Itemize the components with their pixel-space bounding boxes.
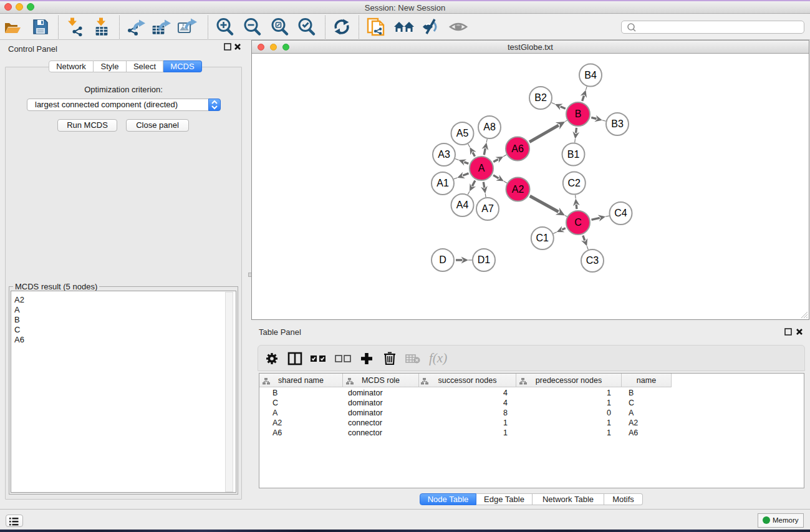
svg-text:A6: A6 (511, 143, 524, 154)
svg-text:A4: A4 (456, 200, 469, 210)
svg-text:B1: B1 (567, 149, 580, 160)
svg-text:C3: C3 (586, 255, 599, 266)
svg-text:A5: A5 (456, 128, 469, 138)
svg-text:B4: B4 (584, 70, 597, 80)
svg-text:A7: A7 (481, 203, 494, 214)
svg-text:D1: D1 (478, 254, 491, 265)
svg-text:B2: B2 (534, 92, 547, 103)
svg-text:C1: C1 (536, 233, 549, 243)
svg-text:C: C (574, 217, 582, 228)
svg-text:B3: B3 (611, 118, 624, 129)
svg-text:A2: A2 (512, 184, 524, 195)
svg-text:B: B (575, 109, 582, 119)
svg-text:A3: A3 (438, 149, 450, 160)
svg-text:C2: C2 (568, 178, 581, 188)
svg-text:A8: A8 (483, 122, 496, 132)
svg-text:A1: A1 (436, 178, 449, 188)
svg-text:C4: C4 (614, 208, 627, 218)
svg-text:A: A (478, 163, 485, 173)
svg-text:D: D (439, 254, 446, 265)
